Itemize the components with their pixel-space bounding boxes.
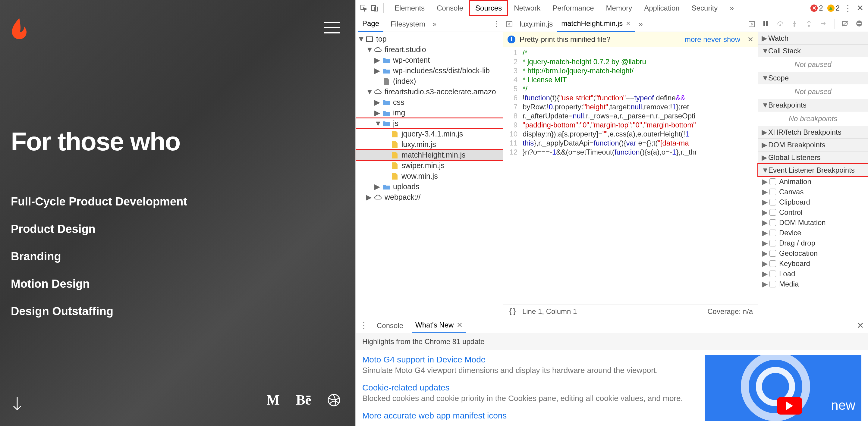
tree-wow-min-js[interactable]: wow.min.js bbox=[355, 171, 503, 182]
svg-rect-2 bbox=[372, 5, 375, 10]
dribbble-icon[interactable] bbox=[328, 394, 340, 406]
editor-tab-matchHeight-min-js[interactable]: matchHeight.min.js✕ bbox=[557, 16, 635, 32]
pretty-print-link[interactable]: more never show bbox=[685, 35, 740, 44]
tree-wp-includes-css-dist-block-lib[interactable]: ▶wp-includes/css/dist/block-lib bbox=[355, 65, 503, 76]
drawer-menu-icon[interactable]: ⋮ bbox=[360, 321, 368, 330]
devtools-tab-application[interactable]: Application bbox=[638, 0, 685, 16]
close-icon[interactable]: ✕ bbox=[747, 35, 753, 44]
pause-icon[interactable] bbox=[762, 20, 770, 28]
tab-history-icon[interactable] bbox=[505, 20, 514, 28]
svg-rect-14 bbox=[857, 23, 861, 24]
error-count[interactable]: ✕2 bbox=[810, 4, 823, 12]
tree-uploads[interactable]: ▶uploads bbox=[355, 182, 503, 192]
site-link-0[interactable]: Full-Cycle Product Development bbox=[11, 195, 187, 208]
news-title[interactable]: Moto G4 support in Device Mode bbox=[362, 355, 695, 364]
tree-img[interactable]: ▶img bbox=[355, 107, 503, 118]
drawer-whatsnew-tab[interactable]: What's New✕ bbox=[412, 319, 466, 333]
tree-matchheight-min-js[interactable]: matchHeight.min.js bbox=[355, 150, 503, 160]
devtools-tab-network[interactable]: Network bbox=[508, 0, 547, 16]
pause-exceptions-icon[interactable] bbox=[856, 20, 864, 28]
close-icon[interactable]: ✕ bbox=[857, 321, 864, 330]
site-link-3[interactable]: Motion Design bbox=[11, 277, 187, 290]
elb-drag-drop[interactable]: ▶Drag / drop bbox=[758, 238, 868, 248]
tree-top[interactable]: ▼top bbox=[355, 34, 503, 44]
svg-rect-9 bbox=[766, 21, 768, 26]
filesystem-tab[interactable]: Filesystem bbox=[386, 17, 430, 31]
elb-load[interactable]: ▶Load bbox=[758, 269, 868, 279]
site-link-1[interactable]: Product Design bbox=[11, 223, 187, 236]
more-tabs-icon[interactable]: » bbox=[727, 4, 737, 12]
elb-clipboard[interactable]: ▶Clipboard bbox=[758, 197, 868, 207]
inspect-icon[interactable] bbox=[360, 4, 368, 12]
pane-event-listener-breakpoints[interactable]: ▼Event Listener Breakpoints bbox=[758, 164, 868, 176]
medium-icon[interactable]: M bbox=[267, 392, 279, 408]
tree-jquery-3-4-1-min-js[interactable]: jquery-3.4.1.min.js bbox=[355, 129, 503, 139]
site-logo[interactable] bbox=[11, 18, 28, 39]
tree-fireartstudio-s3-accelerate-amazo[interactable]: ▼fireartstudio.s3-accelerate.amazo bbox=[355, 87, 503, 97]
promo-banner[interactable]: new bbox=[705, 355, 861, 421]
device-toggle-icon[interactable] bbox=[371, 4, 378, 12]
tree-css[interactable]: ▶css bbox=[355, 97, 503, 107]
devtools-tab-security[interactable]: Security bbox=[686, 0, 724, 16]
debugger-toolbar bbox=[758, 16, 868, 32]
news-title[interactable]: More accurate web app manifest icons bbox=[362, 411, 695, 421]
tab-nav-icon[interactable] bbox=[747, 20, 756, 28]
more-nav-icon[interactable]: » bbox=[433, 20, 436, 28]
elb-animation[interactable]: ▶Animation bbox=[758, 176, 868, 187]
elb-dom-mutation[interactable]: ▶DOM Mutation bbox=[758, 218, 868, 228]
tree-webpack-[interactable]: ▶webpack:// bbox=[355, 192, 503, 202]
youtube-icon bbox=[777, 397, 802, 415]
more-tabs-icon[interactable]: » bbox=[639, 20, 643, 28]
elb-media[interactable]: ▶Media bbox=[758, 279, 868, 289]
tree-fireart-studio[interactable]: ▼fireart.studio bbox=[355, 44, 503, 55]
tree-wp-content[interactable]: ▶wp-content bbox=[355, 55, 503, 65]
devtools-tab-sources[interactable]: Sources bbox=[469, 0, 508, 16]
promo-label: new bbox=[831, 398, 855, 413]
tree-js[interactable]: ▼js bbox=[355, 118, 503, 129]
elb-device[interactable]: ▶Device bbox=[758, 228, 868, 238]
step-icon[interactable] bbox=[820, 20, 828, 28]
news-desc: Simulate Moto G4 viewport dimensions and… bbox=[362, 366, 688, 375]
menu-button[interactable] bbox=[324, 22, 340, 33]
close-devtools-icon[interactable]: ✕ bbox=[856, 4, 864, 12]
devtools-tab-memory[interactable]: Memory bbox=[600, 0, 638, 16]
pane-dom-breakpoints[interactable]: ▶DOM Breakpoints bbox=[758, 139, 868, 151]
pane-breakpoints[interactable]: ▼Breakpoints bbox=[758, 99, 868, 111]
page-tab[interactable]: Page bbox=[358, 16, 383, 32]
elb-control[interactable]: ▶Control bbox=[758, 207, 868, 218]
tree-luxy-min-js[interactable]: luxy.min.js bbox=[355, 139, 503, 150]
hero-heading: For those who bbox=[11, 127, 180, 156]
devtools-tab-elements[interactable]: Elements bbox=[389, 0, 431, 16]
deactivate-bp-icon[interactable] bbox=[841, 20, 849, 28]
format-icon[interactable]: {} bbox=[508, 307, 517, 316]
pane-xhr-fetch-breakpoints[interactable]: ▶XHR/fetch Breakpoints bbox=[758, 126, 868, 139]
cursor-position: Line 1, Column 1 bbox=[522, 307, 577, 316]
devtools-tab-console[interactable]: Console bbox=[431, 0, 469, 16]
warning-count[interactable]: ▲2 bbox=[827, 4, 840, 12]
elb-keyboard[interactable]: ▶Keyboard bbox=[758, 259, 868, 269]
step-out-icon[interactable] bbox=[806, 20, 813, 28]
site-link-4[interactable]: Design Outstaffing bbox=[11, 305, 187, 318]
pane-call-stack[interactable]: ▼Call Stack bbox=[758, 44, 868, 57]
pane-global-listeners[interactable]: ▶Global Listeners bbox=[758, 151, 868, 164]
tree-swiper-min-js[interactable]: swiper.min.js bbox=[355, 160, 503, 171]
site-link-2[interactable]: Branding bbox=[11, 250, 187, 263]
editor-tab-luxy-min-js[interactable]: luxy.min.js bbox=[516, 16, 557, 32]
tree--index-[interactable]: (index) bbox=[355, 76, 503, 87]
nav-menu-icon[interactable]: ⋮ bbox=[493, 19, 501, 29]
step-over-icon[interactable] bbox=[777, 20, 784, 28]
step-into-icon[interactable] bbox=[791, 20, 799, 28]
devtools-tab-performance[interactable]: Performance bbox=[547, 0, 600, 16]
drawer-console-tab[interactable]: Console bbox=[374, 319, 406, 332]
settings-menu-icon[interactable]: ⋮ bbox=[844, 4, 852, 12]
devtools-drawer: ⋮ Console What's New✕ ✕ Highlights from … bbox=[355, 318, 868, 426]
scroll-down-icon[interactable] bbox=[12, 396, 22, 411]
behance-icon[interactable]: Bē bbox=[296, 392, 311, 408]
elb-geolocation[interactable]: ▶Geolocation bbox=[758, 248, 868, 259]
news-title[interactable]: Cookie-related updates bbox=[362, 383, 695, 393]
pane-watch[interactable]: ▶Watch bbox=[758, 32, 868, 44]
devtools-panel: ElementsConsoleSourcesNetworkPerformance… bbox=[355, 0, 868, 426]
pane-scope[interactable]: ▼Scope bbox=[758, 72, 868, 84]
elb-canvas[interactable]: ▶Canvas bbox=[758, 187, 868, 197]
sources-navigator: Page Filesystem » ⋮ ▼top▼fireart.studio▶… bbox=[355, 16, 503, 318]
